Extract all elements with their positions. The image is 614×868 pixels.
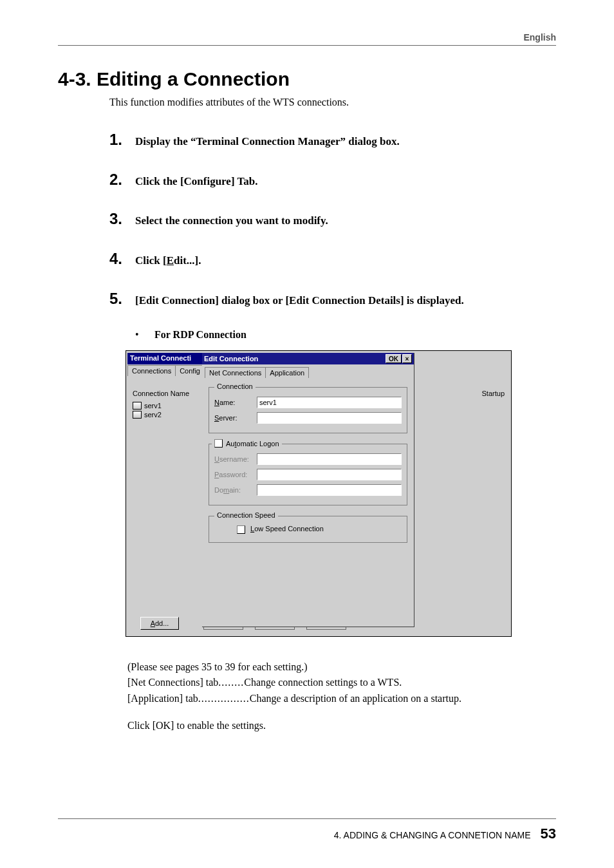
step-text: [Edit Connection] dialog box or [Edit Co… [135,293,464,309]
tab-desc-text: Change a description of an application o… [250,691,461,706]
server-input[interactable] [257,412,402,424]
settings-note: (Please see pages 35 to 39 for each sett… [127,659,556,674]
domain-input [257,484,402,496]
connection-list-pane: Connection Name serv1 serv2 [131,390,203,419]
name-label: Name: [214,399,257,406]
low-speed-checkbox[interactable] [237,525,245,534]
server-label: Server: [214,414,257,422]
tab-desc-label: [Net Connections] tab [127,675,218,690]
username-input [257,453,402,465]
tab-connections[interactable]: Connections [127,365,176,376]
front-tabs: Net Connections Application [202,364,414,378]
list-item[interactable]: serv2 [131,410,203,419]
step-number: 3. [109,210,135,228]
step-text: Display the “Terminal Connection Manager… [135,134,400,150]
dialog-screenshot: Terminal Connecti Connections Config Con… [126,350,512,637]
dialog-title: Edit Connection [204,355,258,363]
username-label: Username: [214,455,257,463]
connection-group: Connection Name: Server: [209,387,407,433]
startup-header: Startup [482,390,505,397]
auto-logon-legend: Automatic Logon [212,439,282,448]
computer-icon [133,402,142,410]
bullet-text: For RDP Connection [154,329,247,341]
tab-net-connections[interactable]: Net Connections [205,367,266,378]
tab-application[interactable]: Application [265,367,309,378]
final-instruction: Click [OK] to enable the settings. [127,718,556,733]
password-input [257,469,402,480]
step-text: Click [Edit...]. [135,253,201,269]
step-text: Click the [Configure] Tab. [135,174,258,190]
step-item: 3. Select the connection you want to mod… [109,210,556,229]
step-item: 5. [Edit Connection] dialog box or [Edit… [109,290,556,309]
step-item: 4. Click [Edit...]. [109,250,556,269]
dialog-title-bar: Edit Connection OK × [202,353,414,364]
add-button[interactable]: Add... [140,617,179,630]
header-language: English [523,32,556,42]
connection-legend: Connection [214,382,256,390]
page-header: English [58,32,556,46]
startup-column: Startup [482,390,505,397]
section-title: 4-3. Editing a Connection [58,68,556,90]
step-number: 2. [109,171,135,189]
name-input[interactable] [257,397,402,408]
bullet-dot-icon: • [135,329,154,341]
close-icon[interactable]: × [402,354,412,363]
step-item: 1. Display the “Terminal Connection Mana… [109,131,556,150]
step-number: 4. [109,250,135,268]
tab-configure[interactable]: Config [175,365,205,376]
steps-list: 1. Display the “Terminal Connection Mana… [109,131,556,308]
back-tabs: Connections Config [127,365,204,376]
auto-logon-group: Automatic Logon Username: Password: Doma… [209,444,407,505]
computer-icon [133,411,142,419]
connection-name-header: Connection Name [131,390,203,397]
terminal-manager-title: Terminal Connecti [127,353,202,364]
step-number: 1. [109,131,135,149]
connection-speed-group: Connection Speed Low Speed Connection [209,516,407,543]
page-footer: 4. ADDING & CHANGING A CONNETION NAME 53 [58,818,556,842]
tab-desc-text: Change connection settings to a WTS. [244,675,402,690]
step-text: Select the connection you want to modify… [135,213,328,229]
tab-desc-label: [Application] tab [127,691,198,706]
tab-description-row: [Net Connections] tab........Change conn… [127,675,556,690]
sub-bullet: • For RDP Connection [135,329,556,341]
step-number: 5. [109,290,135,308]
section-intro: This function modifies attributes of the… [109,97,556,108]
auto-logon-label: Automatic Logon [226,440,279,448]
domain-label: Domain: [214,486,257,494]
dots-icon: ........ [218,675,244,690]
step-item: 2. Click the [Configure] Tab. [109,171,556,190]
auto-logon-checkbox[interactable] [214,439,223,448]
footer-page-number: 53 [541,826,556,842]
password-label: Password: [214,471,257,478]
dots-icon: ................ [198,691,250,706]
list-item-label: serv2 [144,411,162,419]
low-speed-label: Low Speed Connection [250,525,324,533]
footer-chapter: 4. ADDING & CHANGING A CONNETION NAME [334,830,531,840]
speed-legend: Connection Speed [214,511,278,519]
after-shot-text: (Please see pages 35 to 39 for each sett… [127,659,556,733]
tab-description-row: [Application] tab................Change … [127,691,556,706]
edit-connection-dialog: Edit Connection OK × Net Connections App… [202,353,414,627]
list-item[interactable]: serv1 [131,401,203,410]
ok-button[interactable]: OK [386,354,402,363]
list-item-label: serv1 [144,402,162,410]
